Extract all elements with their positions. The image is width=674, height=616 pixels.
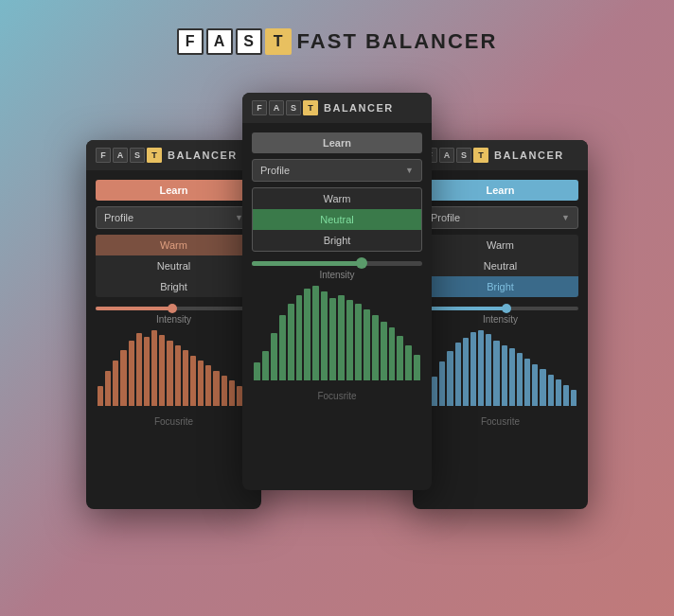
right-profile-list: Warm Neutral Bright <box>422 235 578 297</box>
cards-container: F A S T BALANCER Learn Profile ▼ Warm Ne… <box>29 83 645 547</box>
right-profile-neutral[interactable]: Neutral <box>422 255 578 276</box>
right-intensity-label: Intensity <box>422 314 578 325</box>
eq-bar <box>447 351 452 406</box>
left-card-body: Learn Profile ▼ Warm Neutral Bright Inte… <box>86 170 261 441</box>
eq-bar <box>455 343 461 406</box>
left-profile-neutral[interactable]: Neutral <box>96 255 252 276</box>
left-profile-bright[interactable]: Bright <box>96 276 252 297</box>
left-focusrite-label: Focusrite <box>96 412 252 431</box>
eq-bar <box>159 335 165 406</box>
center-intensity-label: Intensity <box>252 270 422 280</box>
eq-bar <box>175 345 181 406</box>
left-logo-t: T <box>147 148 162 163</box>
right-logo-s: S <box>456 148 471 163</box>
left-profile-warm[interactable]: Warm <box>96 235 252 255</box>
eq-bar <box>397 336 403 381</box>
eq-bar <box>381 322 387 381</box>
eq-bar <box>470 332 476 406</box>
center-logo-a: A <box>269 100 284 115</box>
left-logo-s: S <box>130 148 145 163</box>
logo-s: S <box>236 28 262 55</box>
eq-bar <box>183 350 188 406</box>
eq-bar <box>493 341 499 406</box>
left-card-title: BALANCER <box>168 150 238 161</box>
right-eq-bars <box>422 330 578 406</box>
eq-bar <box>304 289 310 381</box>
center-focusrite-label: Focusrite <box>252 386 422 406</box>
eq-bar <box>405 345 412 381</box>
left-logo-f: F <box>96 148 111 163</box>
right-card-header: F A S T BALANCER <box>413 140 588 170</box>
logo-t: T <box>265 28 292 55</box>
eq-bar <box>198 361 204 406</box>
right-learn-button[interactable]: Learn <box>422 180 578 201</box>
right-profile-label: Profile <box>431 212 460 223</box>
right-profile-warm[interactable]: Warm <box>422 235 578 255</box>
eq-bar <box>556 379 561 406</box>
eq-bar <box>222 376 227 406</box>
eq-bar <box>414 355 420 381</box>
eq-bar <box>571 390 576 406</box>
eq-bar <box>329 298 336 381</box>
eq-bar <box>517 353 523 406</box>
eq-bar <box>463 338 469 406</box>
eq-bar <box>338 295 345 380</box>
eq-bar <box>113 361 118 406</box>
eq-bar <box>548 375 554 406</box>
center-profile-neutral[interactable]: Neutral <box>253 209 421 230</box>
center-profile-dropdown: Warm Neutral Bright <box>252 187 422 252</box>
left-card-header: F A S T BALANCER <box>86 140 261 170</box>
left-card: F A S T BALANCER Learn Profile ▼ Warm Ne… <box>86 140 261 509</box>
eq-bar <box>190 356 196 406</box>
left-profile-list: Warm Neutral Bright <box>96 235 252 297</box>
center-intensity-section: Intensity <box>252 261 422 280</box>
right-dropdown-arrow-icon: ▼ <box>561 213 570 222</box>
eq-bar <box>213 371 219 406</box>
logo-f: F <box>177 28 204 55</box>
eq-bar <box>478 330 484 406</box>
eq-bar <box>532 364 538 406</box>
left-card-logo: F A S T <box>96 148 162 163</box>
right-profile-button[interactable]: Profile ▼ <box>422 206 578 229</box>
center-slider-thumb[interactable] <box>356 257 367 269</box>
right-card: F A S T BALANCER Learn Profile ▼ Warm Ne… <box>413 140 588 509</box>
center-eq-bars <box>252 286 422 380</box>
left-intensity-label: Intensity <box>96 314 252 325</box>
center-card-header: F A S T BALANCER <box>242 93 432 123</box>
left-intensity-section: Intensity <box>96 307 252 325</box>
eq-bar <box>136 333 142 406</box>
eq-bar <box>167 341 172 406</box>
center-profile-label: Profile <box>260 165 290 176</box>
eq-bar <box>254 362 260 380</box>
eq-bar <box>486 334 491 406</box>
eq-bar <box>312 286 319 380</box>
center-learn-button[interactable]: Learn <box>252 132 422 153</box>
center-logo-f: F <box>252 100 267 115</box>
left-slider-thumb[interactable] <box>168 304 177 313</box>
eq-bar <box>321 291 328 380</box>
left-eq-bars <box>96 330 252 406</box>
left-profile-label: Profile <box>104 212 133 223</box>
center-profile-button[interactable]: Profile ▼ <box>252 159 422 182</box>
left-learn-button[interactable]: Learn <box>96 180 252 201</box>
center-profile-bright[interactable]: Bright <box>253 230 421 251</box>
center-profile-warm[interactable]: Warm <box>253 188 421 209</box>
eq-bar <box>346 300 353 380</box>
left-profile-button[interactable]: Profile ▼ <box>96 206 252 229</box>
eq-bar <box>389 327 396 380</box>
eq-bar <box>509 348 515 406</box>
eq-bar <box>563 385 569 406</box>
right-profile-bright[interactable]: Bright <box>422 276 578 297</box>
right-logo-t: T <box>473 148 488 163</box>
eq-bar <box>355 304 362 380</box>
eq-bar <box>540 369 545 406</box>
right-slider-track <box>422 307 578 310</box>
right-slider-fill <box>422 307 508 310</box>
right-card-title: BALANCER <box>494 150 564 161</box>
eq-bar <box>364 309 370 380</box>
logo-a: A <box>206 28 233 55</box>
right-slider-thumb[interactable] <box>502 304 511 313</box>
eq-bar <box>98 386 103 406</box>
eq-bar <box>262 351 269 380</box>
center-slider-track <box>252 261 422 266</box>
